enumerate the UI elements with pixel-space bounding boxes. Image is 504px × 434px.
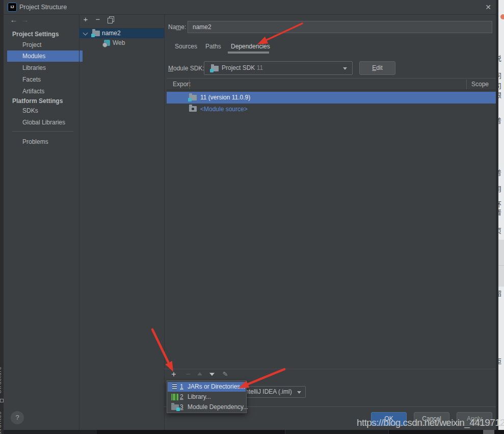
toolwindow-button-structure[interactable]: Structure (0, 366, 2, 394)
background-text-fragment: 用 (498, 184, 501, 193)
background-page-strip: 说 问 司 跟 普 普 用 环 晋 页 韶 距 (498, 0, 504, 430)
dependency-row-module-source[interactable]: <Module source> (167, 104, 496, 115)
background-text-fragment: 说 (498, 53, 501, 63)
section-header-platform-settings: Platform Settings (12, 97, 63, 105)
module-sdk-label: Module SDK: (168, 65, 204, 72)
dialog-titlebar[interactable]: IJ Project Structure ✕ (4, 0, 498, 15)
sidebar-item-libraries[interactable]: Libraries (7, 62, 83, 73)
background-line (498, 265, 504, 266)
edit-dependency-icon[interactable]: ✎ (221, 370, 229, 378)
tree-node-label: Web (113, 38, 125, 48)
forward-icon[interactable]: → (21, 16, 29, 24)
project-structure-dialog: IJ Project Structure ✕ ← → Project Setti… (4, 0, 498, 430)
background-text-fragment: 韶 (498, 288, 501, 298)
jar-icon (172, 383, 177, 390)
module-sdk-combobox[interactable]: Project SDK 11 (204, 61, 353, 75)
sidebar-item-facets[interactable]: Facets (7, 74, 83, 85)
sidebar-divider (12, 131, 73, 132)
back-icon[interactable]: ← (10, 16, 18, 24)
remove-dependency-icon[interactable]: − (184, 370, 192, 378)
tree-separator (164, 14, 165, 430)
dependency-label: 11 (version 11.0.9) (200, 92, 250, 104)
move-up-icon[interactable] (197, 372, 202, 375)
module-folder-icon (92, 31, 100, 36)
storage-format-value: IntelliJ IDEA (.iml) (244, 387, 292, 397)
name-label: Name: (168, 23, 186, 31)
sidebar-separator (79, 14, 79, 430)
background-text-fragment: 页 (498, 225, 501, 235)
dependency-label: <Module source> (200, 104, 248, 115)
tab-sources[interactable]: Sources (175, 43, 197, 50)
screenshot-root: 说 问 司 跟 普 普 用 环 晋 页 韶 距 Structure Favori… (0, 0, 504, 434)
sdk-folder-icon (189, 95, 197, 100)
section-header-project-settings: Project Settings (12, 31, 59, 38)
structure-icon (0, 399, 4, 402)
move-down-icon[interactable] (209, 373, 215, 376)
selected-tab-underline (228, 52, 269, 54)
remove-module-icon[interactable]: − (94, 15, 102, 23)
module-source-folder-icon (189, 106, 197, 112)
sidebar-item-modules[interactable]: Modules (7, 50, 83, 62)
tree-row-name2[interactable]: name2 (79, 29, 164, 38)
web-facet-icon (104, 40, 110, 46)
column-divider[interactable] (466, 80, 467, 89)
background-red-dot (500, 14, 504, 19)
watermark-text: https://blog.csdn.net/weixin_44197120 (357, 417, 504, 428)
dialog-edge (496, 0, 498, 430)
popup-item-library[interactable]: 2 Library... (168, 392, 246, 402)
add-dependency-icon[interactable]: + (170, 370, 178, 378)
sidebar-item-global-libraries[interactable]: Global Libraries (7, 117, 83, 128)
background-text-fragment: 司 (498, 81, 501, 90)
tab-paths[interactable]: Paths (205, 43, 221, 50)
background-gray-block (498, 240, 504, 287)
dependency-row-sdk[interactable]: 11 (version 11.0.9) (167, 92, 496, 104)
library-icon (171, 394, 178, 400)
background-text-fragment: 问 (498, 70, 501, 80)
toolwindow-button-favorites[interactable]: Favorites (0, 411, 2, 434)
sidebar-item-problems[interactable]: Problems (7, 136, 83, 147)
sdk-folder-icon (211, 66, 219, 71)
tree-node-label: name2 (102, 29, 121, 38)
sidebar-item-artifacts[interactable]: Artifacts (7, 86, 83, 97)
add-dependency-popup: 1 JARs or Directories... 2 Library... 3 … (167, 380, 247, 413)
tree-row-web[interactable]: Web (79, 38, 164, 48)
background-text-fragment: 距 (498, 356, 501, 366)
module-name-input[interactable] (188, 21, 492, 33)
column-divider[interactable] (189, 80, 190, 89)
column-header-export[interactable]: Export (173, 79, 191, 90)
close-icon[interactable]: ✕ (483, 2, 493, 12)
popup-item-jars-or-directories[interactable]: 1 JARs or Directories... (168, 382, 246, 392)
column-header-scope[interactable]: Scope (471, 79, 489, 90)
table-toolbar-divider (164, 369, 496, 369)
ide-bottom-bar (4, 430, 504, 434)
background-text-fragment: 普 (498, 115, 501, 125)
combobox-arrow-icon[interactable] (297, 391, 301, 394)
tree-toolbar: + − (79, 14, 164, 29)
sidebar-item-project[interactable]: Project (7, 39, 83, 50)
sidebar-item-sdks[interactable]: SDKs (7, 105, 83, 116)
module-dependency-icon (171, 404, 179, 410)
dialog-title: Project Structure (19, 4, 67, 11)
bottom-bar-segment (483, 430, 494, 434)
bottom-bar-segment (4, 430, 97, 434)
ide-toolwindow-bar: Structure Favorites (0, 0, 4, 434)
tab-dependencies[interactable]: Dependencies (231, 43, 270, 50)
add-module-icon[interactable]: + (82, 15, 90, 23)
sdk-value: Project SDK 11 (222, 62, 263, 74)
intellij-logo-icon: IJ (8, 3, 17, 12)
help-button[interactable]: ? (11, 411, 24, 424)
edit-sdk-button[interactable]: Edit (359, 61, 395, 75)
popup-item-module-dependency[interactable]: 3 Module Dependency... (168, 402, 246, 412)
chevron-down-icon[interactable] (83, 31, 88, 36)
copy-module-icon[interactable] (108, 16, 114, 23)
background-text-fragment: 普 (498, 167, 501, 177)
dependencies-table-header: Export Scope (167, 78, 496, 90)
bottom-bar-segment (285, 430, 389, 434)
background-text-fragment: 晋 (498, 207, 501, 217)
combobox-arrow-icon[interactable] (343, 67, 347, 70)
background-text-fragment: 跟 (498, 90, 501, 99)
